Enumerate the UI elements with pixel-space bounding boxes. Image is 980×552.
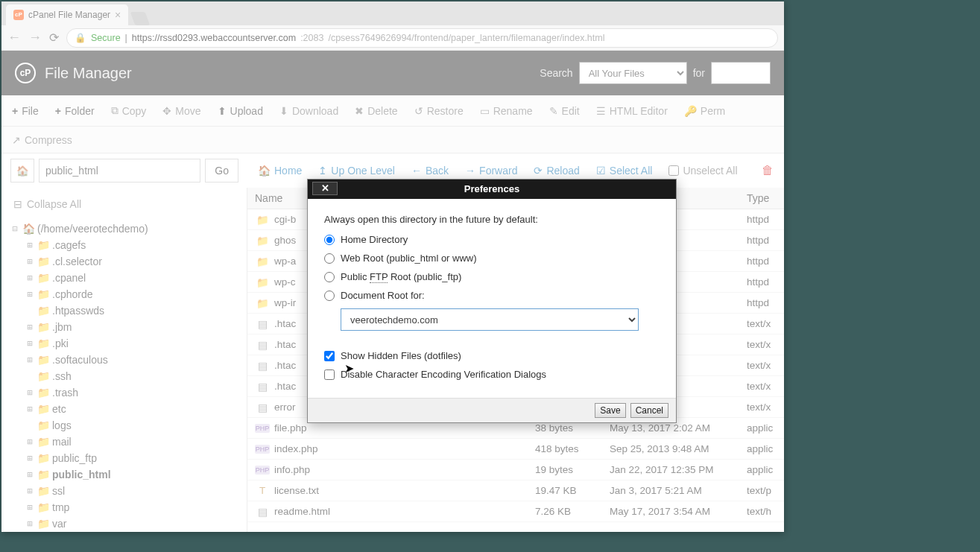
checkbox-disable-encoding[interactable]: Disable Character Encoding Verification … <box>324 369 660 380</box>
collapse-icon[interactable]: ⊟ <box>10 221 19 237</box>
path-input[interactable] <box>39 159 200 183</box>
home-button[interactable]: 🏠 <box>10 159 34 183</box>
radio-web-root[interactable]: Web Root (public_html or www) <box>324 253 660 264</box>
expand-icon[interactable]: ⊞ <box>25 466 34 483</box>
reload-icon[interactable]: ⟳ <box>49 31 59 45</box>
tab-close-icon[interactable]: × <box>115 10 121 20</box>
radio-webroot-input[interactable] <box>324 253 335 264</box>
nav-forward-icon[interactable]: → <box>28 30 42 45</box>
tree-node[interactable]: 📁.ssh <box>25 368 238 384</box>
tree-label: .softaculous <box>52 352 108 368</box>
tree-node[interactable]: ⊞📁ssl <box>25 483 238 499</box>
download-button[interactable]: ⬇ Download <box>279 105 338 117</box>
expand-icon[interactable]: ⊞ <box>25 450 34 466</box>
expand-icon[interactable]: ⊞ <box>25 384 34 401</box>
html-editor-button[interactable]: ☰ HTML Editor <box>596 105 668 117</box>
tree-node[interactable]: ⊞📁public_html <box>25 466 238 483</box>
tree-node[interactable]: ⊞📁.pki <box>25 335 238 352</box>
checkbox-disable-encoding-input[interactable] <box>324 369 335 380</box>
expand-icon[interactable]: ⊞ <box>25 237 34 253</box>
file-row[interactable]: PHPindex.php418 bytesSep 25, 2013 9:48 A… <box>247 439 784 460</box>
tree-node[interactable]: ⊞📁.trash <box>25 384 238 401</box>
cancel-button[interactable]: Cancel <box>630 403 668 418</box>
radio-home-input[interactable] <box>324 235 335 245</box>
compress-button[interactable]: Compress <box>25 134 72 146</box>
file-row[interactable]: PHPinfo.php19 bytesJan 22, 2017 12:35 PM… <box>247 460 784 480</box>
url-field[interactable]: 🔒 Secure | https://rssd0293.webaccountse… <box>66 28 778 48</box>
radio-ftp-root[interactable]: Public FTP Root (public_ftp) <box>324 271 660 282</box>
file-date: Sep 25, 2013 9:48 AM <box>602 439 739 459</box>
nav-forward-link[interactable]: → Forward <box>465 165 517 177</box>
save-button[interactable]: Save <box>595 403 625 418</box>
browser-tab[interactable]: cPanel File Manager × <box>6 4 128 25</box>
expand-icon[interactable]: ⊞ <box>25 335 34 352</box>
radio-document-root[interactable]: Document Root for: <box>324 290 660 301</box>
expand-icon[interactable]: ⊞ <box>25 515 34 532</box>
unselect-all-link[interactable]: Unselect All <box>668 165 737 177</box>
col-type[interactable]: Type <box>739 188 784 209</box>
lock-icon: 🔒 <box>75 32 86 43</box>
expand-icon[interactable] <box>25 368 34 384</box>
tree-node[interactable]: ⊞📁public_ftp <box>25 450 238 466</box>
rename-button[interactable]: ▭ Rename <box>480 105 533 117</box>
radio-docroot-input[interactable] <box>324 291 335 301</box>
tree-node[interactable]: ⊞📁.cphorde <box>25 286 238 302</box>
expand-icon[interactable]: ⊞ <box>25 270 34 286</box>
nav-reload-link[interactable]: ⟳ Reload <box>534 165 579 177</box>
expand-icon[interactable]: ⊞ <box>25 352 34 368</box>
tree-node[interactable]: 📁.htpasswds <box>25 302 238 319</box>
expand-icon[interactable]: ⊞ <box>25 499 34 515</box>
expand-icon[interactable]: ⊞ <box>25 253 34 270</box>
search-input[interactable] <box>711 62 771 84</box>
new-tab-button[interactable] <box>130 12 151 25</box>
permissions-button[interactable]: 🔑 Perm <box>684 105 725 117</box>
checkbox-show-hidden[interactable]: Show Hidden Files (dotfiles) <box>324 350 660 361</box>
select-all-link[interactable]: ☑ Select All <box>596 165 653 177</box>
tree-node[interactable]: ⊞📁var <box>25 515 238 532</box>
move-button[interactable]: ✥ Move <box>162 105 200 117</box>
tree-node[interactable]: ⊞📁.cpanel <box>25 270 238 286</box>
modal-close-button[interactable]: ✕ <box>312 182 338 195</box>
collapse-all-button[interactable]: ⊟ Collapse All <box>10 194 238 221</box>
file-row[interactable]: Tlicense.txt19.47 KBJan 3, 2017 5:21 AMt… <box>247 480 784 501</box>
nav-up-link[interactable]: ↥ Up One Level <box>318 165 395 177</box>
nav-back-icon[interactable]: ← <box>7 30 21 45</box>
cpanel-header: File Manager Search All Your Files for <box>1 51 784 95</box>
trash-icon[interactable]: 🗑 <box>762 164 774 177</box>
search-scope-select[interactable]: All Your Files <box>579 62 687 84</box>
tree-label: .cphorde <box>52 286 92 302</box>
radio-ftproot-input[interactable] <box>324 272 335 282</box>
tree-node[interactable]: 📁logs <box>25 417 238 434</box>
tree-node[interactable]: ⊞📁tmp <box>25 499 238 515</box>
restore-button[interactable]: ↺ Restore <box>414 105 464 117</box>
expand-icon[interactable]: ⊞ <box>25 319 34 335</box>
checkbox-show-hidden-input[interactable] <box>324 351 335 361</box>
expand-icon[interactable]: ⊞ <box>25 401 34 417</box>
file-row[interactable]: ▤readme.html7.26 KBMay 17, 2017 3:54 AMt… <box>247 501 784 522</box>
docroot-domain-select[interactable]: veerotechdemo.com <box>341 308 639 331</box>
tree-root[interactable]: ⊟ 🏠 (/home/veerotechdemo) <box>10 221 238 237</box>
tree-node[interactable]: ⊞📁.jbm <box>25 319 238 335</box>
nav-home-link[interactable]: 🏠 Home <box>258 165 302 177</box>
nav-back-link[interactable]: ← Back <box>411 165 449 177</box>
expand-icon[interactable] <box>25 417 34 434</box>
expand-icon[interactable]: ⊞ <box>25 434 34 450</box>
expand-icon[interactable]: ⊞ <box>25 483 34 499</box>
edit-button[interactable]: ✎ Edit <box>549 105 580 117</box>
tree-node[interactable]: ⊞📁etc <box>25 401 238 417</box>
tree-node[interactable]: ⊞📁mail <box>25 434 238 450</box>
tree-node[interactable]: ⊞📁.cl.selector <box>25 253 238 270</box>
upload-button[interactable]: ⬆ Upload <box>218 105 263 117</box>
expand-icon[interactable] <box>25 302 34 319</box>
go-button[interactable]: Go <box>205 159 238 183</box>
copy-button[interactable]: ⧉ Copy <box>111 104 147 117</box>
folder-button[interactable]: +Folder <box>55 105 95 117</box>
tree-node[interactable]: ⊞📁.softaculous <box>25 352 238 368</box>
file-button[interactable]: +File <box>12 105 39 117</box>
radio-home-directory[interactable]: Home Directory <box>324 234 660 245</box>
expand-icon[interactable]: ⊞ <box>25 286 34 302</box>
folder-icon: 📁 <box>255 276 270 288</box>
file-size: 19.47 KB <box>528 480 602 501</box>
tree-node[interactable]: ⊞📁.cagefs <box>25 237 238 253</box>
delete-button[interactable]: ✖ Delete <box>355 105 397 117</box>
